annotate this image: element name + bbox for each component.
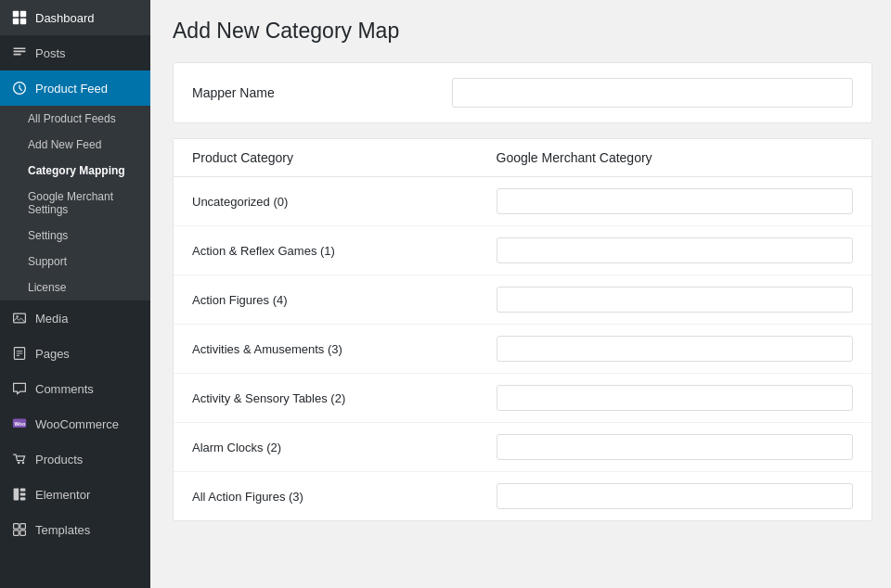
sidebar-item-dashboard-label: Dashboard bbox=[35, 11, 95, 25]
category-label: Activities & Amusements (3) bbox=[192, 342, 497, 356]
table-row: Activity & Sensory Tables (2) bbox=[174, 374, 872, 423]
sidebar-item-products[interactable]: Products bbox=[0, 441, 150, 477]
svg-rect-2 bbox=[13, 19, 19, 24]
product-feed-icon bbox=[11, 80, 28, 96]
sidebar-item-woocommerce[interactable]: Woo WooCommerce bbox=[0, 406, 150, 441]
sidebar-item-posts-label: Posts bbox=[35, 46, 66, 60]
mapper-name-input[interactable] bbox=[452, 78, 853, 108]
page-title: Add New Category Map bbox=[173, 19, 872, 44]
table-row: Action & Reflex Games (1) bbox=[174, 226, 872, 275]
svg-rect-21 bbox=[14, 530, 19, 536]
sidebar-item-elementor[interactable]: Elementor bbox=[0, 477, 150, 512]
sidebar-item-pages[interactable]: Pages bbox=[0, 336, 150, 371]
table-row: Action Figures (4) bbox=[174, 275, 872, 325]
category-table-body: Uncategorized (0) Action & Reflex Games … bbox=[174, 177, 872, 520]
table-row: Activities & Amusements (3) bbox=[174, 325, 872, 374]
sidebar-item-templates-label: Templates bbox=[35, 523, 90, 537]
woocommerce-icon: Woo bbox=[11, 415, 28, 432]
svg-rect-22 bbox=[20, 530, 26, 536]
mapper-name-label: Mapper Name bbox=[192, 85, 452, 100]
submenu-google-merchant-settings[interactable]: Google Merchant Settings bbox=[0, 184, 150, 223]
sidebar-item-media-label: Media bbox=[35, 312, 68, 326]
svg-rect-19 bbox=[14, 524, 19, 530]
google-category-input-1[interactable] bbox=[497, 237, 853, 263]
product-feed-submenu: All Product Feeds Add New Feed Category … bbox=[0, 106, 150, 300]
comments-icon bbox=[11, 380, 28, 397]
dashboard-icon bbox=[11, 9, 28, 26]
svg-rect-1 bbox=[20, 11, 26, 17]
sidebar-item-dashboard[interactable]: Dashboard bbox=[0, 0, 150, 35]
svg-text:Woo: Woo bbox=[14, 421, 26, 427]
pages-icon bbox=[11, 345, 28, 362]
svg-rect-15 bbox=[14, 489, 19, 501]
submenu-all-product-feeds[interactable]: All Product Feeds bbox=[0, 106, 150, 132]
svg-rect-18 bbox=[20, 497, 26, 500]
table-row: All Action Figures (3) bbox=[174, 472, 872, 520]
category-table-card: Product Category Google Merchant Categor… bbox=[173, 138, 872, 521]
sidebar-item-media[interactable]: Media bbox=[0, 300, 150, 336]
templates-icon bbox=[11, 521, 28, 538]
google-category-input-5[interactable] bbox=[497, 434, 853, 460]
main-content: Add New Category Map Mapper Name Product… bbox=[150, 0, 891, 588]
svg-rect-16 bbox=[20, 489, 26, 492]
sidebar-item-templates[interactable]: Templates bbox=[0, 512, 150, 547]
category-label: Alarm Clocks (2) bbox=[192, 441, 497, 454]
submenu-category-mapping[interactable]: Category Mapping bbox=[0, 158, 150, 184]
category-label: Action & Reflex Games (1) bbox=[192, 244, 497, 258]
category-label: Activity & Sensory Tables (2) bbox=[192, 391, 497, 405]
products-icon bbox=[11, 451, 28, 467]
category-label: Uncategorized (0) bbox=[192, 195, 497, 209]
google-category-input-3[interactable] bbox=[497, 336, 853, 362]
submenu-support[interactable]: Support bbox=[0, 249, 150, 275]
category-table-header: Product Category Google Merchant Categor… bbox=[174, 139, 872, 177]
svg-point-13 bbox=[18, 462, 19, 464]
svg-point-14 bbox=[22, 462, 24, 464]
submenu-add-new-feed[interactable]: Add New Feed bbox=[0, 132, 150, 158]
sidebar-item-woocommerce-label: WooCommerce bbox=[35, 417, 119, 431]
category-label: Action Figures (4) bbox=[192, 293, 497, 307]
sidebar-item-product-feed[interactable]: Product Feed bbox=[0, 70, 150, 106]
sidebar-item-elementor-label: Elementor bbox=[35, 488, 90, 502]
sidebar-item-posts[interactable]: Posts bbox=[0, 35, 150, 70]
sidebar-item-comments[interactable]: Comments bbox=[0, 371, 150, 406]
submenu-settings[interactable]: Settings bbox=[0, 223, 150, 249]
media-icon bbox=[11, 310, 28, 326]
posts-icon bbox=[11, 45, 28, 61]
sidebar: Dashboard Posts Product Feed All Product… bbox=[0, 0, 150, 588]
google-category-input-0[interactable] bbox=[497, 188, 853, 214]
svg-rect-17 bbox=[20, 492, 26, 495]
svg-rect-0 bbox=[13, 11, 19, 17]
google-category-input-6[interactable] bbox=[497, 483, 853, 509]
table-row: Alarm Clocks (2) bbox=[174, 423, 872, 472]
google-category-input-4[interactable] bbox=[497, 385, 853, 411]
sidebar-item-product-feed-label: Product Feed bbox=[35, 82, 108, 96]
svg-rect-20 bbox=[20, 524, 26, 530]
svg-rect-3 bbox=[20, 19, 26, 24]
table-row: Uncategorized (0) bbox=[174, 177, 872, 226]
category-label: All Action Figures (3) bbox=[192, 490, 497, 504]
sidebar-item-pages-label: Pages bbox=[35, 347, 70, 361]
sidebar-item-comments-label: Comments bbox=[35, 382, 94, 396]
sidebar-item-products-label: Products bbox=[35, 453, 83, 467]
submenu-license[interactable]: License bbox=[0, 275, 150, 300]
elementor-icon bbox=[11, 486, 28, 503]
svg-point-6 bbox=[16, 315, 18, 317]
col-google-header: Google Merchant Category bbox=[497, 150, 853, 165]
google-category-input-2[interactable] bbox=[497, 287, 853, 313]
mapper-name-card: Mapper Name bbox=[173, 62, 872, 123]
col-product-header: Product Category bbox=[192, 150, 497, 165]
